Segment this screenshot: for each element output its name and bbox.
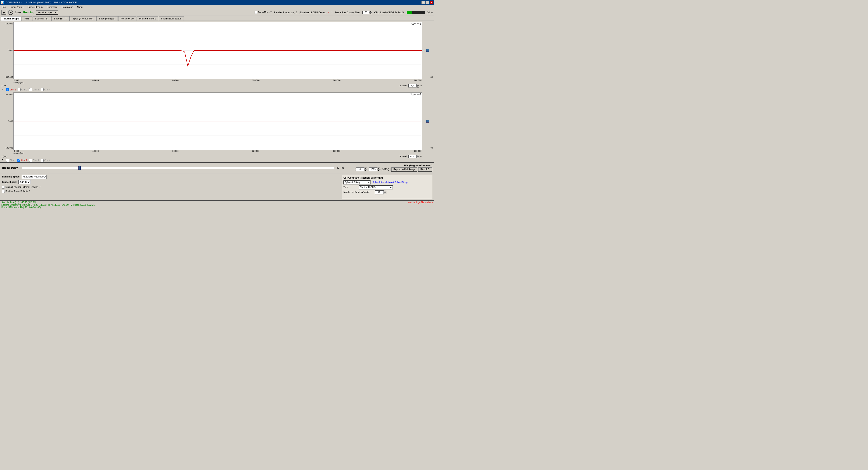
roi-start-down[interactable]: ▼	[364, 169, 367, 171]
channel-a-ch4-name: Chn 4	[44, 88, 51, 91]
roi-end-spinbox[interactable]: ▲ ▼	[369, 167, 380, 171]
tab-spec-b-a[interactable]: Spec (B - A)	[51, 16, 70, 21]
positive-polarity-text: Positive Pulse-Polarity ?	[5, 190, 30, 193]
chart-a-right-panel: -30	[422, 22, 433, 79]
menu-pulse-stream[interactable]: Pulse-Stream	[27, 5, 44, 8]
chart-b-trigger-slider[interactable]	[426, 120, 429, 123]
channel-a-ch1-checkbox[interactable]	[6, 88, 9, 91]
menu-comment[interactable]: Comment	[46, 5, 58, 8]
chart-a-trigger-slider[interactable]	[426, 49, 429, 52]
cf-render-points-up[interactable]: ▲	[384, 191, 386, 192]
channel-a-ch4-checkbox[interactable]	[41, 88, 44, 91]
cf-method-select[interactable]: Spline & Fitting	[343, 180, 371, 185]
chart-a-cf-up[interactable]: ▲	[416, 84, 419, 86]
channel-b-ch1-name: Chn 1	[10, 159, 16, 162]
roi-start-up[interactable]: ▲	[364, 167, 367, 169]
menu-calculator[interactable]: Calculator	[61, 5, 74, 8]
roi-section: ROI (Region-of-Interest) [ ▲ ▼ : ▲ ▼	[346, 164, 432, 171]
chunk-size-down[interactable]: ▼	[369, 12, 372, 14]
cf-algorithm-area: CF (Constant-Fraction) Algorithm Spline …	[342, 175, 432, 199]
chunk-size-spinbox[interactable]: ▲ ▼	[363, 11, 372, 14]
cf-render-points-input[interactable]	[375, 190, 384, 194]
channel-b-ch3-checkbox[interactable]	[29, 159, 32, 162]
menu-about[interactable]: About	[76, 5, 84, 8]
chart-a-cf-spinbox[interactable]: ▲ ▼	[408, 84, 419, 88]
tab-bar: Signal Scope PHS Spec (A - B) Spec (B - …	[0, 16, 434, 21]
reset-all-spectra-button[interactable]: reset all spectra	[36, 10, 58, 15]
roi-start-spinbox[interactable]: ▲ ▼	[356, 167, 367, 171]
chart-a-x-axis: 0.000 40.000 80.000 120.000 160.000 200.…	[13, 79, 422, 82]
cf-type-select[interactable]: Cubic - ALGLIB	[359, 185, 393, 189]
close-button[interactable]: ✕	[430, 1, 433, 4]
maximize-button[interactable]: □	[426, 1, 429, 4]
chart-b-cf-level: -30	[422, 147, 433, 149]
channel-b-ch2-name: Chn 2	[21, 159, 27, 162]
lifetime-eff-text: Lifetime Efficiency [Hz]: [A-B] 143.25 (…	[1, 204, 95, 206]
roi-bracket-open: [	[355, 168, 355, 171]
chart-a-cf-input[interactable]	[408, 84, 416, 88]
play-button[interactable]: ▶	[1, 10, 6, 15]
sampling-speed-select[interactable]: ~5.12GHz (~200ns)	[22, 175, 46, 179]
state-label: State:	[15, 11, 22, 14]
cf-render-points-row: Number of Render-Points: ▲ ▼	[343, 190, 431, 194]
burst-mode-label: Burst-Mode ?	[255, 11, 272, 14]
menu-script[interactable]: Script (beta)	[9, 5, 24, 8]
trigger-logic-select[interactable]: A && B	[18, 180, 31, 184]
burst-mode-checkbox[interactable]	[255, 11, 257, 14]
chart-b-cf-input[interactable]	[408, 155, 416, 158]
toolbar-right: Burst-Mode ? Parallel Processing ? [Numb…	[255, 11, 433, 14]
positive-polarity-checkbox[interactable]	[2, 190, 5, 193]
tab-information-status[interactable]: Information/Status	[159, 16, 184, 21]
channel-b-ch2-checkbox[interactable]	[18, 159, 20, 162]
roi-separator: :	[368, 168, 368, 171]
chart-b-x-200: 200.000	[414, 150, 422, 152]
title-bar-controls: ─ □ ✕	[422, 1, 433, 4]
stop-button[interactable]: ⏺	[8, 10, 13, 15]
chart-a-sweep-label: Sweep [ns]	[13, 82, 433, 84]
cf-render-points-down[interactable]: ▼	[384, 192, 386, 194]
app-icon: 📊	[1, 1, 4, 4]
minimize-button[interactable]: ─	[422, 1, 425, 4]
channel-a-label: A:	[2, 88, 4, 91]
channel-b-ch4-checkbox[interactable]	[41, 159, 44, 162]
fit-to-roi-button[interactable]: Fit to ROI	[418, 167, 432, 171]
channel-a-ch3-checkbox[interactable]	[29, 88, 32, 91]
tab-spec-prompt-irf[interactable]: Spec (Prompt/IRF)	[70, 16, 96, 21]
tab-persistence[interactable]: Persistence	[118, 16, 136, 21]
menu-file[interactable]: File	[1, 5, 7, 8]
trigger-delay-thumb[interactable]	[79, 166, 81, 170]
chart-a-cf-down[interactable]: ▼	[416, 86, 419, 88]
chart-b-y-zero: 0.000	[8, 120, 13, 122]
trigger-delay-track[interactable]	[22, 167, 334, 169]
expand-to-full-range-button[interactable]: Expand to Full Range	[391, 167, 417, 171]
roi-end-down[interactable]: ▼	[377, 169, 380, 171]
cf-spline-label: Spline Interpolation & Spline Fitting	[372, 181, 408, 184]
status-row-2: Lifetime Efficiency [Hz]: [A-B] 143.25 (…	[1, 204, 433, 206]
status-row-1: Sample Rate [Hz]: 943.25 (943.25) <no se…	[1, 201, 433, 204]
chart-b-cf-up[interactable]: ▲	[416, 155, 419, 156]
roi-end-up[interactable]: ▲	[377, 167, 380, 169]
channel-a-ch2-checkbox[interactable]	[18, 88, 21, 91]
rising-edge-text: Rising Edge (or External Trigger) ?	[5, 186, 40, 188]
chunk-size-input[interactable]	[363, 11, 369, 14]
tab-phs[interactable]: PHS	[22, 16, 32, 21]
rising-edge-checkbox[interactable]	[2, 186, 5, 189]
chart-b-cf-down[interactable]: ▼	[416, 156, 419, 158]
chart-b-cf-spinbox[interactable]: ▲ ▼	[408, 155, 419, 158]
sampling-area: Sampling-Speed: ~5.12GHz (~200ns) Trigge…	[2, 175, 52, 199]
channel-a-ch3-name: Chn 3	[33, 88, 39, 91]
chart-a-x-200: 200.000	[414, 79, 422, 82]
tab-signal-scope[interactable]: Signal Scope	[1, 16, 22, 21]
chunk-size-up[interactable]: ▲	[369, 11, 372, 12]
roi-end-input[interactable]	[369, 167, 377, 171]
chart-b-right-panel: -30	[422, 92, 433, 150]
channel-selector-a: A: Chn 1 Chn 2 Chn 3 Ch	[1, 88, 433, 92]
roi-start-input[interactable]	[356, 167, 364, 171]
tab-spec-merged[interactable]: Spec (Merged)	[96, 16, 118, 21]
tab-physical-filters[interactable]: Physical Filters	[136, 16, 158, 21]
channel-b-ch4-label: Chn 4	[41, 159, 51, 162]
no-settings-text: <no settings-file loaded>	[408, 201, 433, 204]
cf-render-points-spinbox[interactable]: ▲ ▼	[375, 190, 386, 194]
channel-b-ch1-checkbox[interactable]	[6, 159, 9, 162]
tab-spec-a-b[interactable]: Spec (A - B)	[33, 16, 51, 21]
